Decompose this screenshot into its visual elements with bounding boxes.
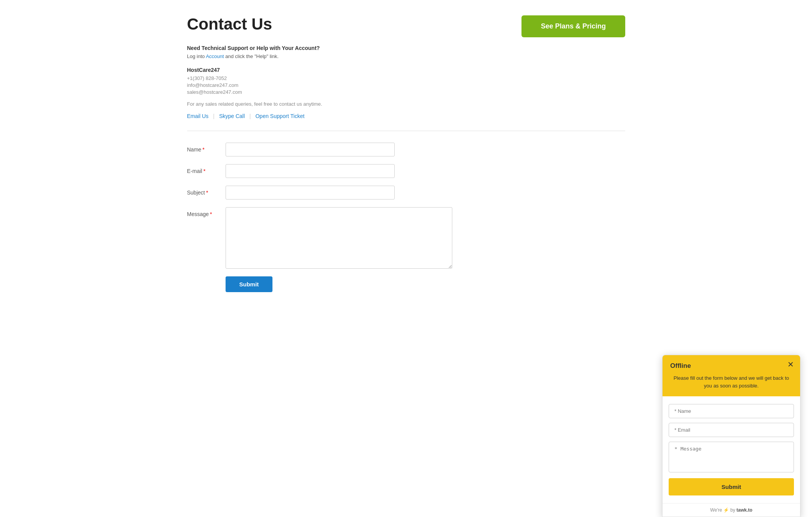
name-row: Name* [187,143,475,156]
sales-note: For any sales related queries, feel free… [187,101,625,107]
separator-1: | [213,113,215,119]
name-input[interactable] [226,143,395,156]
message-label: Message* [187,207,226,217]
header-row: Contact Us See Plans & Pricing [187,15,625,37]
support-instruction-suffix: and click the "Help" link. [225,53,279,59]
support-ticket-link[interactable]: Open Support Ticket [256,113,305,119]
company-phone: +1(307) 828-7052 [187,75,625,81]
contact-form: Name* E-mail* Subject* Message* Submit [187,143,475,292]
support-instruction: Log into Account and click the "Help" li… [187,53,625,59]
submit-row: Submit [187,276,475,292]
support-section: Need Technical Support or Help with Your… [187,45,625,59]
divider [187,131,625,131]
name-label: Name* [187,143,226,153]
company-email2: sales@hostcare247.com [187,89,625,95]
email-us-link[interactable]: Email Us [187,113,209,119]
company-info: HostCare247 +1(307) 828-7052 info@hostca… [187,67,625,107]
name-required: * [203,146,204,153]
account-link[interactable]: Account [206,53,224,59]
message-required: * [210,211,212,217]
see-plans-button[interactable]: See Plans & Pricing [521,15,625,37]
email-input[interactable] [226,164,395,178]
form-submit-button[interactable]: Submit [226,276,273,292]
message-row: Message* [187,207,475,269]
subject-row: Subject* [187,186,475,199]
company-name: HostCare247 [187,67,625,73]
support-instruction-prefix: Log into [187,53,205,59]
subject-label: Subject* [187,186,226,196]
message-textarea[interactable] [226,207,452,269]
skype-call-link[interactable]: Skype Call [219,113,245,119]
email-label: E-mail* [187,164,226,174]
separator-2: | [249,113,251,119]
subject-required: * [206,190,208,196]
action-links: Email Us | Skype Call | Open Support Tic… [187,113,625,119]
company-email1: info@hostcare247.com [187,82,625,88]
support-heading: Need Technical Support or Help with Your… [187,45,625,51]
subject-input[interactable] [226,186,395,199]
page-title: Contact Us [187,15,272,33]
email-row: E-mail* [187,164,475,178]
email-required: * [203,168,205,174]
